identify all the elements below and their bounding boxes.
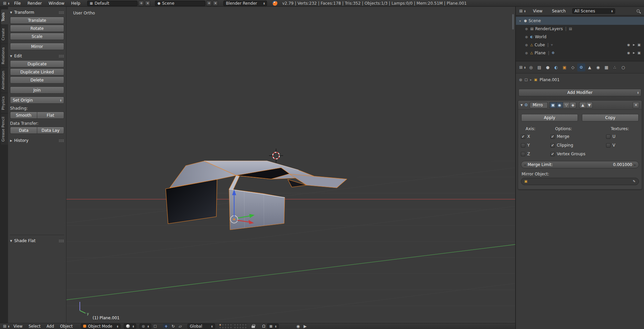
menu-view3d-select[interactable]: Select [25, 324, 43, 329]
tab-constraints[interactable]: ◇ [569, 63, 577, 71]
snap-toggle[interactable]: Ω [261, 324, 267, 329]
outliner-row-scene[interactable]: ▾ ● Scene [516, 17, 644, 25]
move-modifier-up-button[interactable]: ▲ [579, 102, 586, 108]
snap-element-select[interactable]: ▦ ▲▼ [267, 324, 279, 329]
axis-y-checkbox[interactable] [521, 143, 525, 148]
layer-cell[interactable] [222, 326, 224, 329]
tab-render-layers[interactable]: ▤ [535, 63, 543, 71]
layer-cell[interactable] [224, 324, 227, 326]
edit-panel-header[interactable]: ▼ Edit [10, 53, 64, 59]
panel-drag-dots-icon[interactable] [59, 139, 64, 142]
tab-physics[interactable]: ○ [619, 63, 627, 71]
menu-view3d-view[interactable]: View [10, 324, 25, 329]
screen-layout-select[interactable]: ▦ Default [87, 1, 138, 6]
layer-cell[interactable] [239, 324, 241, 326]
modifier-editmode-toggle[interactable]: ▽ [563, 102, 570, 108]
duplicate-linked-button[interactable]: Duplicate Linked [10, 68, 64, 75]
layer-cell[interactable] [234, 324, 236, 326]
vertex-groups-checkbox[interactable] [550, 152, 555, 156]
shade-smooth-button[interactable]: Smooth [10, 112, 37, 119]
delete-modifier-button[interactable]: × [633, 102, 639, 108]
visibility-eye-icon[interactable]: ◉ [627, 51, 630, 55]
move-modifier-down-button[interactable]: ▼ [586, 102, 593, 108]
apply-modifier-button[interactable]: Apply [521, 114, 578, 121]
layer-cell[interactable] [227, 324, 229, 326]
menu-help[interactable]: Help [68, 1, 83, 6]
mirror-button[interactable]: Mirror [10, 43, 64, 50]
viewport-scrollbar[interactable] [512, 14, 514, 30]
collapse-arrow-icon[interactable]: ▾ [518, 19, 522, 23]
shade-flat-button[interactable]: Flat [37, 112, 64, 119]
scale-button[interactable]: Scale [10, 33, 64, 40]
modifier-oncage-toggle[interactable]: ◈ [570, 102, 576, 108]
layer-cell[interactable] [230, 326, 232, 329]
tab-scene[interactable]: ● [544, 63, 552, 71]
modifier-name-field[interactable]: Mirro [530, 102, 548, 108]
shelf-tab-create[interactable]: Create [1, 25, 8, 44]
history-panel-header[interactable]: ▶ History [10, 137, 64, 144]
mode-select[interactable]: Object Mode ▲▼ [81, 324, 120, 329]
orientation-select[interactable]: Global ▲▼ [187, 324, 215, 329]
layer-cell[interactable] [239, 326, 241, 329]
renderability-camera-icon[interactable]: ▣ [638, 51, 641, 55]
expand-plus-icon[interactable]: ⊕ [524, 35, 529, 39]
scene-select[interactable]: ● Scene [155, 1, 205, 6]
viewport-editor-type-button[interactable]: ⊞ ▲▼ [2, 324, 10, 328]
panel-drag-dots-icon[interactable] [59, 239, 64, 242]
expand-plus-icon[interactable]: ⊕ [524, 43, 529, 47]
shelf-tab-physics[interactable]: Physics [1, 93, 8, 113]
info-editor-type-button[interactable]: ⊞ ▲▼ [2, 1, 10, 5]
pivot-select[interactable]: ◎ ▲▼ [140, 324, 151, 329]
tab-texture[interactable]: ▦ [602, 63, 610, 71]
outliner-row-world[interactable]: ⊕ ◐ World [516, 33, 644, 41]
set-origin-dropdown[interactable]: Set Origin ▲▼ [10, 97, 64, 104]
mirror-object-picker[interactable]: ▣ ✎ [521, 178, 639, 185]
shelf-tab-relations[interactable]: Relations [1, 44, 8, 67]
translate-button[interactable]: Translate [10, 17, 64, 24]
add-scene-button[interactable]: + [206, 1, 212, 6]
shelf-tab-grease-pencil[interactable]: Grease Pencil [1, 114, 8, 145]
opengl-render-animation-button[interactable]: ▶ [302, 324, 308, 329]
delete-scene-button[interactable]: × [213, 1, 218, 6]
layer-cell[interactable] [222, 324, 224, 326]
outliner-editor-type-button[interactable]: ⊞ ▲▼ [518, 9, 527, 13]
outliner-view-menu[interactable]: View [530, 9, 545, 13]
modifier-render-toggle[interactable]: ▣ [549, 102, 556, 108]
pivot-align-toggle[interactable]: □ [152, 324, 158, 329]
outliner-row-cube[interactable]: ⊕ △ Cube | ▿ ◉ ▣ [516, 41, 644, 49]
shelf-tab-tools[interactable]: Tools [1, 9, 8, 24]
layer-cell[interactable] [236, 326, 239, 329]
lock-to-scene-toggle[interactable] [250, 324, 257, 329]
viewport-canvas[interactable]: y [66, 7, 515, 323]
copy-modifier-button[interactable]: Copy [582, 114, 639, 121]
decrement-arrow-icon[interactable]: ◂ [524, 163, 526, 167]
viewport-3d[interactable]: y User Ortho (1) Plane.001 [66, 7, 515, 323]
tab-modifiers[interactable]: ⚙ [577, 63, 585, 71]
modifier-realtime-toggle[interactable]: ◉ [556, 102, 563, 108]
layer-cell[interactable] [219, 324, 221, 326]
data-transfer-layout-button[interactable]: Data Lay [37, 127, 64, 134]
tab-object-data[interactable]: ▲ [586, 63, 594, 71]
expand-plus-icon[interactable]: ⊕ [524, 51, 529, 55]
increment-arrow-icon[interactable]: ▸ [634, 163, 636, 167]
menu-view3d-object[interactable]: Object [57, 324, 75, 329]
manipulator-translate-toggle[interactable]: + [163, 324, 169, 329]
layer-cell[interactable] [242, 324, 244, 326]
tab-material[interactable]: ◉ [594, 63, 602, 71]
renderability-camera-icon[interactable]: ▣ [638, 43, 641, 47]
visibility-eye-icon[interactable]: ◉ [627, 43, 630, 47]
redo-panel-header[interactable]: ▼ Shade Flat [10, 237, 64, 244]
outliner-display-filter[interactable]: All Scenes ▲▼ [572, 8, 615, 14]
layer-cell[interactable] [219, 326, 221, 329]
tab-world[interactable]: ◐ [552, 63, 560, 71]
menu-file[interactable]: File [11, 1, 24, 6]
delete-button[interactable]: Delete [10, 76, 64, 84]
expand-plus-icon[interactable]: ⊕ [524, 27, 529, 31]
modifier-panel-header[interactable]: ▼ ⚙ Mirro ▣ ◉ ▽ ◈ ▲ ▼ × [518, 101, 642, 110]
layer-cell[interactable] [245, 324, 247, 326]
panel-open-icon[interactable]: ▼ [521, 104, 523, 107]
selectability-pointer-icon[interactable] [633, 44, 635, 46]
duplicate-button[interactable]: Duplicate [10, 60, 64, 67]
layer-cell[interactable] [224, 326, 227, 329]
manipulator-scale-toggle[interactable]: ▱ [177, 324, 183, 329]
